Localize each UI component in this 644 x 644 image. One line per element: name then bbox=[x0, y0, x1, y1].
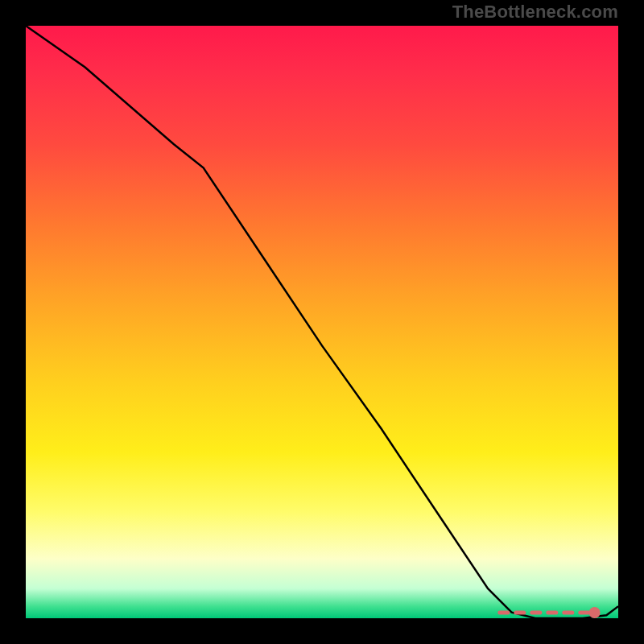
chart-svg bbox=[26, 26, 618, 618]
bottleneck-curve-line bbox=[26, 26, 618, 618]
attribution-label: TheBottleneck.com bbox=[452, 2, 618, 23]
optimal-point-marker bbox=[589, 607, 601, 618]
chart-container: TheBottleneck.com bbox=[0, 0, 644, 644]
plot-area bbox=[26, 26, 618, 618]
